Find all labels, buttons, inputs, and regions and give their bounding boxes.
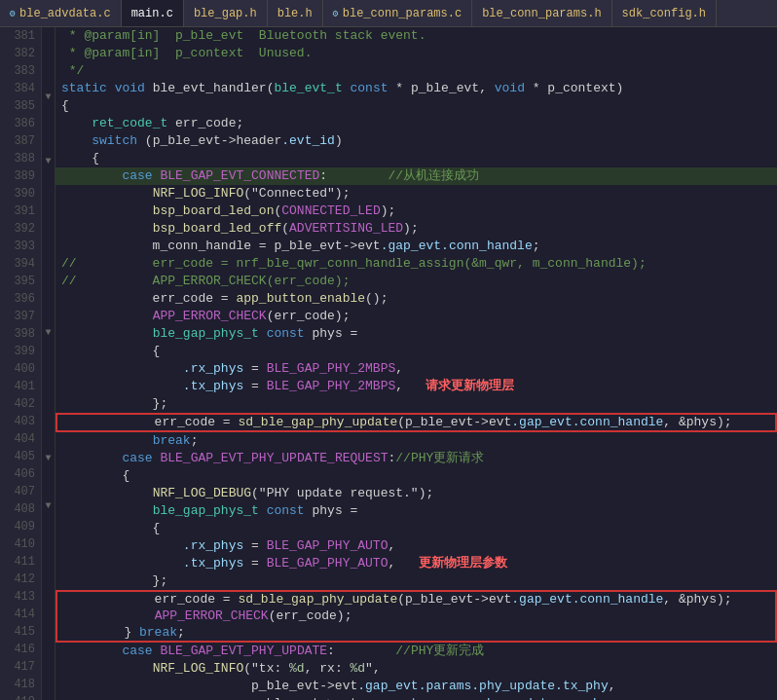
line-num-385: 385 <box>0 97 41 115</box>
line-num-395: 395 <box>0 273 41 290</box>
line-num-383: 383 <box>0 62 41 80</box>
fold-marker-400[interactable]: ▼ <box>42 324 55 342</box>
fold-marker-405 <box>42 403 55 419</box>
fold-gutter[interactable]: ▼▼▼▼▼ <box>42 27 56 700</box>
line-num-387: 387 <box>0 132 41 150</box>
fold-marker-396 <box>42 263 55 278</box>
code-line-388: switch (p_ble_evt->header.evt_id) <box>56 132 777 150</box>
fold-marker-418 <box>42 608 55 623</box>
fold-marker-382 <box>42 43 55 58</box>
line-num-416: 416 <box>0 641 41 658</box>
line-num-403: 403 <box>0 413 41 430</box>
line-num-410: 410 <box>0 535 41 553</box>
line-num-415: 415 <box>0 623 41 641</box>
line-num-407: 407 <box>0 483 41 500</box>
line-num-399: 399 <box>0 343 41 360</box>
tab-main[interactable]: main.c <box>122 0 184 26</box>
code-line-395: // err_code = nrf_ble_qwr_conn_handle_as… <box>56 255 777 273</box>
line-num-419: 419 <box>0 693 41 700</box>
tab-ble_gap[interactable]: ble_gap.h <box>184 0 268 26</box>
code-line-389: { <box>56 150 777 167</box>
fold-marker-403 <box>42 372 55 387</box>
fold-marker-402 <box>42 357 55 373</box>
annotation-402: 请求更新物理层 <box>403 378 514 395</box>
tab-sdk_config[interactable]: sdk_config.h <box>612 0 717 26</box>
code-line-414: }; <box>56 572 777 590</box>
code-line-396: // APP_ERROR_CHECK(err_code); <box>56 273 777 290</box>
fold-marker-417 <box>42 592 55 608</box>
code-line-416: APP_ERROR_CHECK(err_code); <box>56 608 777 625</box>
tab-ble_advdata[interactable]: ⚙ ble_advdata.c <box>0 0 122 26</box>
tab-label-ble: ble.h <box>278 7 313 20</box>
line-num-392: 392 <box>0 220 41 238</box>
code-line-409: NRF_LOG_DEBUG("PHY update request."); <box>56 485 777 502</box>
line-num-384: 384 <box>0 80 41 97</box>
fold-marker-401 <box>42 342 55 357</box>
fold-marker-410 <box>42 482 55 497</box>
fold-marker-413 <box>42 531 55 546</box>
line-num-398: 398 <box>0 325 41 343</box>
fold-marker-423 <box>42 684 55 700</box>
fold-marker-392 <box>42 201 55 216</box>
fold-marker-409 <box>42 467 55 483</box>
tab-label-main: main.c <box>131 7 173 20</box>
fold-marker-384 <box>42 73 55 89</box>
code-line-397: err_code = app_button_enable(); <box>56 290 777 308</box>
line-num-400: 400 <box>0 360 41 378</box>
tab-label-ble_conn_params_h: ble_conn_params.h <box>482 7 601 20</box>
line-num-393: 393 <box>0 238 41 255</box>
fold-marker-419 <box>42 623 55 639</box>
fold-marker-407 <box>42 434 55 450</box>
tab-icon-ble_advdata: ⚙ <box>10 8 16 19</box>
line-num-394: 394 <box>0 255 41 273</box>
fold-marker-385[interactable]: ▼ <box>42 89 55 106</box>
fold-marker-420 <box>42 639 55 654</box>
line-num-406: 406 <box>0 465 41 483</box>
fold-marker-391 <box>42 186 55 202</box>
code-line-399: ble_gap_phys_t const phys = <box>56 325 777 343</box>
code-line-382: * @param[in] p_context Unused. <box>56 45 777 62</box>
fold-marker-394 <box>42 232 55 247</box>
code-line-381: * @param[in] p_ble_evt Bluetooth stack e… <box>56 27 777 45</box>
tab-ble[interactable]: ble.h <box>268 0 323 26</box>
fold-marker-398 <box>42 293 55 309</box>
code-line-386: ret_code_t err_code; <box>56 115 777 132</box>
code-line-398: APP_ERROR_CHECK(err_code); <box>56 308 777 325</box>
fold-marker-390 <box>42 170 55 186</box>
tab-label-ble_conn_params: ble_conn_params.c <box>343 7 462 20</box>
code-line-391: NRF_LOG_INFO("Connected"); <box>56 185 777 203</box>
code-line-406: break; <box>56 432 777 450</box>
annotation-413: 更新物理层参数 <box>395 555 506 572</box>
code-line-390: case BLE_GAP_EVT_CONNECTED: //从机连接成功 <box>56 167 777 185</box>
fold-marker-389[interactable]: ▼ <box>42 153 55 170</box>
code-line-403: }; <box>56 395 777 413</box>
line-num-386: 386 <box>0 115 41 132</box>
line-num-396: 396 <box>0 290 41 308</box>
code-line-417: } break; <box>56 625 777 643</box>
line-num-389: 389 <box>0 167 41 185</box>
code-line-384: static void ble_evt_handler(ble_evt_t co… <box>56 80 777 97</box>
tab-label-ble_advdata: ble_advdata.c <box>19 7 111 20</box>
tab-ble_conn_params[interactable]: ⚙ ble_conn_params.c <box>323 0 472 26</box>
line-num-381: 381 <box>0 27 41 45</box>
line-num-408: 408 <box>0 500 41 518</box>
code-line-404: err_code = sd_ble_gap_phy_update(p_ble_e… <box>56 413 777 430</box>
code-line-393: bsp_board_led_off(ADVERTISING_LED); <box>56 220 777 238</box>
fold-marker-399 <box>42 309 55 324</box>
line-num-391: 391 <box>0 203 41 220</box>
code-line-419: NRF_LOG_INFO("tx: %d, rx: %d", <box>56 660 777 678</box>
code-area: 3813823833843853863873883893903913923933… <box>0 27 777 700</box>
fold-marker-406 <box>42 419 55 434</box>
fold-marker-414 <box>42 546 55 562</box>
fold-marker-393 <box>42 216 55 232</box>
code-line-421: p_ble_evt->evt.gap_evt.params.phy_update… <box>56 695 777 700</box>
line-num-390: 390 <box>0 185 41 203</box>
fold-marker-411[interactable]: ▼ <box>42 497 55 515</box>
code-line-418: case BLE_GAP_EVT_PHY_UPDATE: //PHY更新完成 <box>56 643 777 660</box>
fold-marker-408[interactable]: ▼ <box>42 450 55 467</box>
line-num-414: 414 <box>0 606 41 623</box>
tab-ble_conn_params_h[interactable]: ble_conn_params.h <box>472 0 611 26</box>
code-line-410: ble_gap_phys_t const phys = <box>56 502 777 520</box>
code-line-385: { <box>56 97 777 115</box>
line-num-411: 411 <box>0 553 41 571</box>
